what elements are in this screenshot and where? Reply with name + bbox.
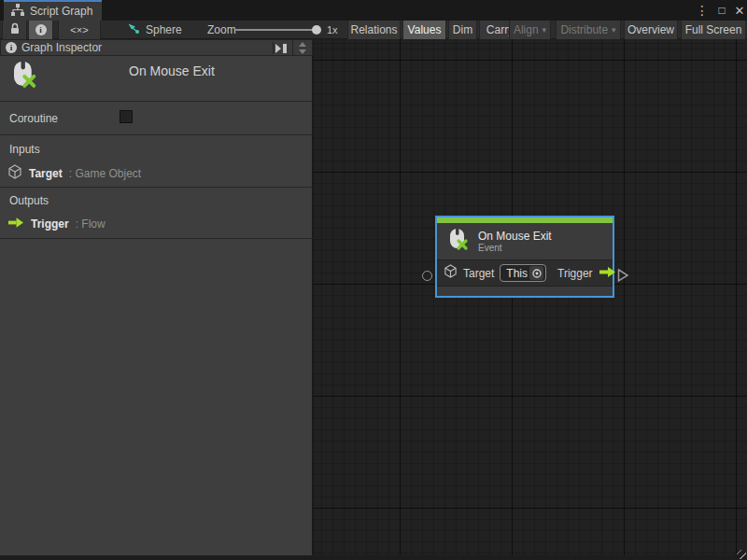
graph-inspector-panel: i Graph Inspector On Mouse Exit Coroutin… [0,39,313,556]
full-screen-button[interactable]: Full Screen [681,21,746,39]
relations-button[interactable]: Relations [347,21,401,39]
info-icon: i [35,24,47,35]
graph-inspector-header: i Graph Inspector [0,39,313,56]
graph-canvas[interactable] [313,39,747,560]
inspector-toggle-button[interactable]: i [28,21,53,39]
zoom-label: Zoom [207,21,236,39]
zoom-value: 1x [327,21,338,39]
dock-panel-button[interactable] [273,42,289,54]
inputs-heading: Inputs [9,143,40,156]
info-icon: i [6,42,17,53]
spinner-up-icon[interactable] [299,42,306,47]
coroutine-label: Coroutine [9,112,58,125]
input-row-target: Target : Game Object [7,164,141,183]
resize-grip[interactable] [737,550,746,559]
tab-label: Script Graph [30,5,92,18]
divider [0,187,313,188]
align-dropdown[interactable]: Align ▾ [509,21,551,39]
breadcrumb-label: Sphere [146,23,182,36]
node-output-port[interactable] [617,268,629,287]
spinner-down-icon[interactable] [299,49,306,54]
panel-spinner[interactable] [292,40,312,55]
target-port-label: Target [463,267,494,280]
chevron-down-icon: ▾ [543,26,547,35]
dim-label: Dim [453,23,472,36]
code-preview-button[interactable]: <×> [58,21,101,39]
node-footer [437,286,613,296]
dock-icon [275,44,288,53]
dim-button[interactable]: Dim [448,21,477,39]
coroutine-checkbox[interactable] [120,110,133,123]
output-row-trigger: Trigger : Flow [7,216,106,232]
window-bottom-edge [0,555,747,560]
on-mouse-exit-node[interactable]: On Mouse Exit Event Target This Trigger [435,216,614,298]
graph-toolbar: i <×> Sphere Zoom 1x Relations Values Di… [0,21,747,39]
lock-icon [9,22,21,37]
nest-graph-icon [127,22,140,38]
distribute-label: Distribute [560,23,608,36]
inspector-unit-title: On Mouse Exit [129,63,215,78]
lock-button[interactable] [2,21,27,39]
window-menu-button[interactable]: ⋮ [695,0,710,21]
divider [0,101,313,102]
game-object-icon [7,164,22,183]
window-close-button[interactable]: ✕ [732,0,747,21]
trigger-port-label: Trigger [557,267,593,280]
tab-script-graph[interactable]: Script Graph [4,0,102,21]
chevron-down-icon: ▾ [612,26,616,35]
flow-arrow-icon [7,216,24,232]
node-subtitle: Event [478,243,552,254]
window-tab-bar: Script Graph ⋮ □ ✕ [0,0,747,21]
output-type: : Flow [76,217,106,231]
target-value: This [506,267,528,280]
align-label: Align [514,23,539,36]
node-header[interactable]: On Mouse Exit Event [437,223,613,259]
outputs-heading: Outputs [9,194,49,207]
target-value-picker[interactable]: This [500,264,546,282]
values-button[interactable]: Values [402,21,446,39]
flow-arrow-icon [599,265,616,282]
mouse-exit-icon [446,228,469,255]
divider [0,238,313,239]
full-screen-label: Full Screen [685,23,742,36]
window-maximize-button[interactable]: □ [713,0,730,21]
node-title: On Mouse Exit [478,230,552,243]
node-input-port[interactable] [422,271,432,281]
zoom-slider-track[interactable] [235,29,319,31]
values-label: Values [408,23,442,36]
node-port-row: Target This Trigger [437,259,613,286]
graph-breadcrumb[interactable]: Sphere [127,21,182,39]
divider [0,134,313,135]
mouse-exit-icon [9,60,37,93]
object-picker-icon[interactable] [529,266,543,280]
overview-label: Overview [627,23,674,36]
input-type: : Game Object [69,167,141,180]
output-name: Trigger [31,217,69,231]
zoom-slider-handle[interactable] [312,25,321,35]
graph-icon [11,4,24,19]
code-icon: <×> [70,24,88,35]
input-name: Target [29,167,63,180]
distribute-dropdown[interactable]: Distribute ▾ [556,21,621,39]
relations-label: Relations [350,23,397,36]
overview-button[interactable]: Overview [624,21,678,39]
graph-inspector-title: Graph Inspector [21,41,102,54]
game-object-icon [444,264,458,282]
